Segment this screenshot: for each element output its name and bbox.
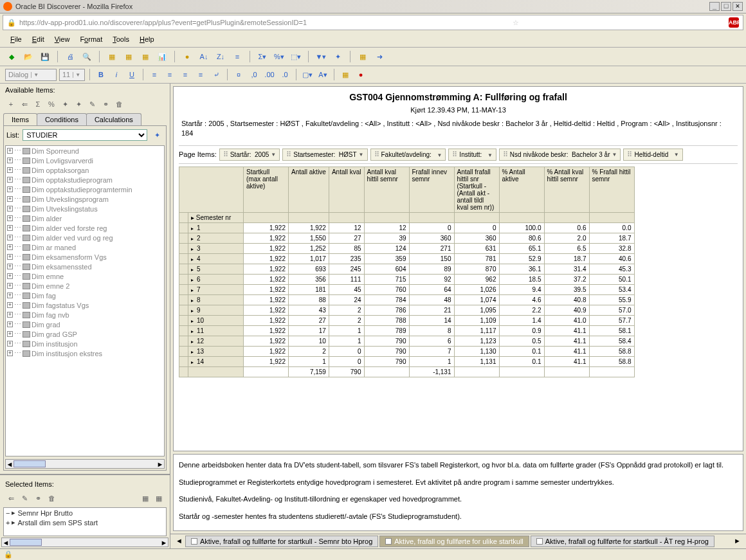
- save-icon[interactable]: 💾: [39, 50, 51, 63]
- new-item-icon[interactable]: ✦: [73, 98, 84, 110]
- align-center-icon[interactable]: ≡: [163, 68, 176, 81]
- run-icon[interactable]: ●: [181, 50, 194, 63]
- percent-icon[interactable]: %: [46, 98, 57, 110]
- minimize-button[interactable]: _: [709, 2, 720, 11]
- tree-node[interactable]: +⋯ Dim alder ved forste reg: [6, 223, 164, 233]
- tree-node[interactable]: +⋯ Dim grad: [6, 320, 164, 329]
- align-right-icon[interactable]: ≡: [179, 68, 192, 81]
- tree-node[interactable]: +⋯ Dim opptakstudieprogramtermin: [6, 185, 164, 194]
- print-icon[interactable]: 🖨: [64, 50, 77, 63]
- address-bar[interactable]: 🔒 https://dv-app-prod01.uio.no/discovere…: [3, 15, 743, 30]
- remove-icon[interactable]: ⇐: [19, 98, 30, 110]
- italic-icon[interactable]: i: [110, 68, 123, 81]
- tree-node[interactable]: +⋯ Dim institusjon: [6, 339, 164, 348]
- menu-file[interactable]: File: [6, 34, 26, 44]
- decimal-dec-icon[interactable]: .0: [278, 68, 291, 81]
- tab-items[interactable]: Items: [3, 113, 37, 125]
- worksheet-tab-2[interactable]: Aktive, frafall og fullførte for ulike s…: [379, 536, 529, 547]
- selected-hscroll[interactable]: ◄►: [1, 537, 168, 547]
- tab-conditions[interactable]: Conditions: [37, 113, 87, 125]
- items-tree[interactable]: +⋯ Dim Sporreund+⋯ Dim Lovligsvarverdi+⋯…: [5, 145, 165, 456]
- number-icon[interactable]: ,0: [248, 68, 260, 81]
- page-item[interactable]: ⠿Institutt: ▼: [448, 149, 496, 161]
- selected-item[interactable]: −▸ Semnr Hpr Brutto: [4, 508, 166, 518]
- bookmark-star-icon[interactable]: ☆: [513, 19, 519, 27]
- page-item[interactable]: ⠿Startsemester: HØST ▼: [282, 149, 367, 161]
- sel-edit-icon[interactable]: ✎: [19, 492, 30, 504]
- edit-icon[interactable]: ✎: [86, 98, 98, 110]
- selected-items-list[interactable]: −▸ Semnr Hpr Brutto+▸ Arstall dim sem SP…: [3, 507, 167, 536]
- tool1-icon[interactable]: ▦: [339, 68, 352, 81]
- filter-icon[interactable]: ▼▾: [314, 50, 327, 63]
- tree-node[interactable]: +⋯ Dim fag: [6, 291, 164, 300]
- send-icon[interactable]: ➜: [373, 50, 386, 63]
- preview-icon[interactable]: 🔍: [80, 50, 93, 63]
- table-icon[interactable]: ▦: [139, 50, 152, 63]
- data-table[interactable]: Startkull (max antall aktive)Antall akti…: [179, 167, 635, 377]
- tree-node[interactable]: +⋯ Dim emne: [6, 271, 164, 281]
- link-icon[interactable]: ⚭: [100, 98, 111, 110]
- tree-node[interactable]: +⋯ Dim Utvekslingstatus: [6, 204, 164, 213]
- wizard-icon[interactable]: ✦: [331, 50, 344, 63]
- format-icon[interactable]: ⬚▾: [289, 50, 302, 63]
- tree-node[interactable]: +⋯ Dim eksamenssted: [6, 262, 164, 271]
- sel-delete-icon[interactable]: 🗑: [46, 492, 57, 504]
- calc-icon[interactable]: ✦: [59, 98, 71, 110]
- tab-calculations[interactable]: Calculations: [86, 113, 141, 125]
- menu-tools[interactable]: Tools: [109, 34, 133, 44]
- page-item[interactable]: ⠿Fakultet/avdeling: ▼: [370, 149, 446, 161]
- textcolor-icon[interactable]: A▾: [316, 68, 329, 81]
- percent-icon[interactable]: %▾: [273, 50, 286, 63]
- export-icon[interactable]: ▦: [356, 50, 369, 63]
- align-justify-icon[interactable]: ≡: [194, 68, 207, 81]
- sort-desc-icon[interactable]: Z↓: [214, 50, 227, 63]
- menu-format[interactable]: Format: [76, 34, 106, 44]
- sheet2-icon[interactable]: ▦: [122, 50, 135, 63]
- sel-view-icon[interactable]: ▦: [140, 492, 151, 504]
- tree-node[interactable]: +⋯ Dim ar maned: [6, 242, 164, 252]
- tree-node[interactable]: +⋯ Dim alder: [6, 213, 164, 223]
- tab-nav-prev[interactable]: ◄: [173, 536, 185, 547]
- decimal-inc-icon[interactable]: .00: [263, 68, 276, 81]
- tab-nav-next[interactable]: ►: [731, 536, 743, 547]
- tree-node[interactable]: +⋯ Dim Lovligsvarverdi: [6, 156, 164, 165]
- worksheet-tab-1[interactable]: Aktive, frafall og fullførte for startku…: [185, 536, 378, 547]
- selected-item[interactable]: +▸ Arstall dim sem SPS start: [4, 518, 166, 527]
- open-icon[interactable]: 📂: [22, 50, 35, 63]
- menu-edit[interactable]: Edit: [28, 34, 48, 44]
- tree-hscroll[interactable]: ◄►: [5, 459, 165, 469]
- delete-icon[interactable]: 🗑: [113, 98, 125, 110]
- page-item[interactable]: ⠿Startår: 2005 ▼: [219, 149, 280, 161]
- restore-button[interactable]: □: [721, 2, 731, 11]
- abp-icon[interactable]: ABP: [729, 17, 739, 28]
- tree-node[interactable]: +⋯ Dim opptaksorgan: [6, 165, 164, 175]
- currency-icon[interactable]: ¤: [232, 68, 245, 81]
- sel-link-icon[interactable]: ⚭: [32, 492, 44, 504]
- list-action-icon[interactable]: ✦: [150, 129, 163, 141]
- add-icon[interactable]: +: [5, 98, 17, 110]
- tree-node[interactable]: +⋯ Dim opptakstudieprogram: [6, 175, 164, 185]
- sheet1-icon[interactable]: ▦: [105, 50, 118, 63]
- group-icon[interactable]: ≡: [231, 50, 244, 63]
- sigma-icon[interactable]: Σ▾: [256, 50, 269, 63]
- size-combo[interactable]: 11▼: [59, 69, 85, 81]
- bold-icon[interactable]: B: [95, 68, 107, 81]
- font-combo[interactable]: Dialog▼: [5, 69, 57, 81]
- underline-icon[interactable]: U: [125, 68, 138, 81]
- sel-view2-icon[interactable]: ▦: [153, 492, 165, 504]
- bgcolor-icon[interactable]: ▢▾: [301, 68, 314, 81]
- align-left-icon[interactable]: ≡: [148, 68, 161, 81]
- tree-node[interactable]: +⋯ Dim emne 2: [6, 281, 164, 291]
- page-item[interactable]: ⠿Heltid-deltid ▼: [623, 149, 682, 161]
- tree-node[interactable]: +⋯ Dim eksamensform Vgs: [6, 252, 164, 262]
- tree-node[interactable]: +⋯ Dim alder ved vurd og reg: [6, 233, 164, 242]
- sort-asc-icon[interactable]: A↓: [197, 50, 210, 63]
- tree-node[interactable]: +⋯ Dim Utvekslingsprogram: [6, 194, 164, 204]
- close-button[interactable]: ×: [732, 2, 743, 11]
- page-item[interactable]: ⠿Nsd nivåkode beskr: Bachelor 3 år ▼: [499, 149, 621, 161]
- tree-node[interactable]: +⋯ Dim fag nvb: [6, 310, 164, 320]
- tree-node[interactable]: +⋯ Dim grad GSP: [6, 329, 164, 339]
- menu-help[interactable]: Help: [136, 34, 158, 44]
- tree-node[interactable]: +⋯ Dim Sporreund: [6, 146, 164, 156]
- menu-view[interactable]: View: [51, 34, 74, 44]
